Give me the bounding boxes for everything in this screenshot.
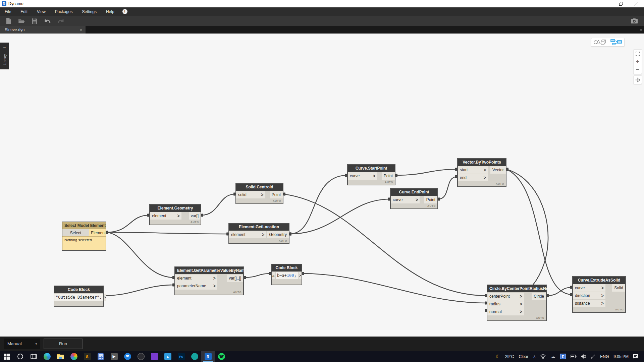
new-file-icon[interactable] <box>3 17 13 25</box>
taskbar-dynamo-icon[interactable]: R <box>201 351 215 362</box>
menu-item-packages[interactable]: Packages <box>50 7 77 16</box>
input-port-normal[interactable]: normal> <box>487 308 524 315</box>
tab-sleeve-dyn[interactable]: Sleeve.dyn × <box>0 26 86 34</box>
taskbar-messenger-icon[interactable]: ✉ <box>121 351 134 362</box>
pen-icon[interactable] <box>589 351 598 362</box>
taskbar-obs-studio-icon[interactable] <box>134 351 148 362</box>
taskbar-sublime-text-icon[interactable]: S <box>80 351 94 362</box>
output-port-var[interactable]: var[] <box>189 212 201 220</box>
minimize-button[interactable] <box>598 0 613 7</box>
action-center-icon[interactable] <box>631 351 641 362</box>
taskbar-spotify-icon[interactable] <box>215 351 228 362</box>
code-block-text[interactable]: b=a+100; <box>276 272 298 279</box>
output-port[interactable]: > <box>104 294 106 301</box>
volume-icon[interactable] <box>579 351 589 362</box>
input-port-radius[interactable]: radius> <box>487 300 524 308</box>
tray-overflow-chevron-icon[interactable]: ∧ <box>531 351 538 362</box>
tab-list-menu-icon[interactable]: ≡ <box>640 27 644 33</box>
input-port-curve[interactable]: curve> <box>348 172 377 180</box>
pan-button[interactable] <box>633 75 642 84</box>
input-port-end[interactable]: end> <box>458 174 488 181</box>
node-circle-bycenterpointradiusnormal[interactable]: Circle.ByCenterPointRadiusNormalcenterPo… <box>487 285 547 321</box>
input-port-direction[interactable]: direction> <box>573 292 605 299</box>
input-port-distance[interactable]: distance> <box>573 300 605 307</box>
output-port-element[interactable]: Element <box>89 229 107 236</box>
taskbar-task-view-icon[interactable] <box>27 351 40 362</box>
input-port-a[interactable]: a <box>272 272 275 279</box>
node-element-getlocation[interactable]: Element.GetLocationelement>GeometryAUTO <box>228 223 289 244</box>
export-workspace-camera-icon[interactable] <box>629 17 639 25</box>
taskbar-paint-icon[interactable] <box>67 351 80 362</box>
output-port[interactable]: > <box>299 272 302 279</box>
geometry-view-button[interactable] <box>591 38 608 46</box>
taskbar-edge-icon[interactable] <box>40 351 54 362</box>
app-badge-icon[interactable]: E <box>558 351 568 362</box>
run-mode-dropdown[interactable]: Manual ▾ <box>4 339 40 349</box>
wifi-icon[interactable] <box>538 351 548 362</box>
battery-icon[interactable] <box>568 351 579 362</box>
save-file-icon[interactable] <box>30 17 40 25</box>
node-curve-startpoint[interactable]: Curve.StartPointcurve>PointAUTO <box>347 164 395 185</box>
open-file-icon[interactable] <box>16 17 26 25</box>
node-curve-endpoint[interactable]: Curve.EndPointcurve>PointAUTO <box>390 188 438 209</box>
taskbar-photos-icon[interactable]: ▲ <box>161 351 174 362</box>
node-element-getparametervaluebyname[interactable]: Element.GetParameterValueByNameelement>v… <box>174 266 244 295</box>
zoom-in-button[interactable]: + <box>634 58 642 66</box>
taskbar-calculator-icon[interactable] <box>94 351 107 362</box>
wire-connector[interactable] <box>506 169 572 295</box>
input-port-parametername[interactable]: parameterName> <box>175 282 217 290</box>
show-desktop-button[interactable] <box>642 351 644 362</box>
input-port-curve[interactable]: curve> <box>391 196 420 203</box>
node-solid-centroid[interactable]: Solid.Centroidsolid>PointAUTO <box>235 183 283 204</box>
undo-icon[interactable] <box>43 17 53 25</box>
output-port-point[interactable]: Point <box>382 172 395 180</box>
node-code-block-2[interactable]: Code Blockab=a+100;> <box>271 264 302 285</box>
graph-view-button[interactable] <box>608 38 624 46</box>
wire-connector[interactable] <box>438 177 457 199</box>
wire-connector[interactable] <box>106 232 228 234</box>
output-port-point[interactable]: Point <box>270 191 283 198</box>
wire-connector[interactable] <box>395 169 457 175</box>
restore-button[interactable] <box>613 0 629 7</box>
output-port-circle[interactable]: Circle <box>532 293 546 300</box>
wire-connector[interactable] <box>201 194 235 215</box>
output-port-geometry[interactable]: Geometry <box>267 231 289 238</box>
fit-to-screen-button[interactable] <box>634 50 642 58</box>
language-indicator[interactable]: ENG <box>598 351 611 362</box>
node-vector-bytwopoints[interactable]: Vector.ByTwoPointsstart>Vectorend>AUTO <box>457 158 506 187</box>
input-port-element[interactable]: element> <box>229 231 266 238</box>
close-button[interactable] <box>629 0 644 7</box>
select-element-button[interactable]: Select <box>62 229 89 236</box>
taskbar-photoshop-icon[interactable]: Ps <box>174 351 188 362</box>
run-button[interactable]: Run <box>44 339 83 349</box>
menu-item-edit[interactable]: Edit <box>16 7 32 16</box>
output-port-vector[interactable]: Vector <box>490 166 506 174</box>
menu-item-view[interactable]: View <box>32 7 50 16</box>
weather-condition[interactable]: Clear <box>517 351 531 362</box>
tab-close-icon[interactable]: × <box>79 27 82 33</box>
wire-connector[interactable] <box>106 215 149 232</box>
node-code-block-1[interactable]: Code Block"Outside Diameter";> <box>54 286 104 307</box>
wire-connector[interactable] <box>106 232 174 278</box>
onedrive-cloud-icon[interactable]: ☁ <box>548 351 558 362</box>
menu-item-file[interactable]: File <box>0 7 16 16</box>
input-port-solid[interactable]: solid> <box>236 191 265 198</box>
node-element-geometry[interactable]: Element.Geometryelement>var[]AUTO <box>149 204 201 225</box>
node-select-model-element[interactable]: Select Model ElementSelectElementNothing… <box>62 222 106 251</box>
weather-temp[interactable]: 29°C <box>503 351 517 362</box>
wire-connector[interactable] <box>302 274 487 303</box>
taskbar-start-icon[interactable] <box>0 351 13 362</box>
menu-item-settings[interactable]: Settings <box>77 7 101 16</box>
wire-connector[interactable] <box>283 194 487 296</box>
output-port-solid[interactable]: Solid <box>612 284 625 292</box>
taskbar-movies-tv-icon[interactable]: ▶ <box>107 351 121 362</box>
input-port-start[interactable]: start> <box>458 166 488 174</box>
input-port-element[interactable]: element> <box>150 212 181 220</box>
taskbar-video-editor-icon[interactable] <box>148 351 161 362</box>
wire-connector[interactable] <box>104 285 174 296</box>
taskbar-search-icon[interactable] <box>13 351 27 362</box>
input-port-curve[interactable]: curve> <box>573 284 605 292</box>
zoom-out-button[interactable]: − <box>634 66 642 74</box>
output-port-var[interactable]: var[]..[] <box>227 275 243 282</box>
wire-connector[interactable] <box>244 274 271 278</box>
